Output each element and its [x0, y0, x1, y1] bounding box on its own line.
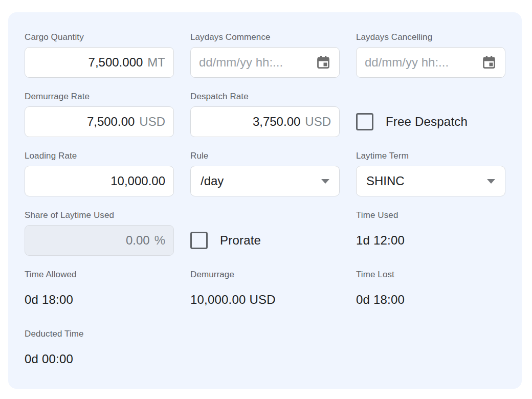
- laydays-commence-input[interactable]: [199, 55, 312, 70]
- loading-rate-label: Loading Rate: [25, 150, 174, 162]
- field-laydays-commence: Laydays Commence: [190, 32, 340, 78]
- demurrage-rate-input[interactable]: [33, 115, 135, 129]
- field-deducted-time: Deducted Time 0d 00:00: [25, 328, 174, 374]
- field-free-despatch: Free Despatch: [356, 91, 505, 137]
- loading-rate-box: [25, 166, 174, 196]
- field-share-of-laytime-used: Share of Laytime Used 0.00 %: [25, 210, 174, 256]
- laydays-commence-label: Laydays Commence: [190, 32, 340, 43]
- laytime-term-select[interactable]: SHINC: [356, 166, 505, 196]
- despatch-rate-input[interactable]: [199, 115, 300, 129]
- laydays-cancelling-datepicker-button[interactable]: [481, 55, 497, 70]
- field-time-allowed: Time Allowed 0d 18:00: [25, 269, 174, 315]
- free-despatch-checkbox[interactable]: [356, 113, 373, 130]
- laytime-calculation-panel: Cargo Quantity MT Laydays Commence: [8, 12, 522, 389]
- field-time-lost: Time Lost 0d 18:00: [356, 269, 505, 315]
- loading-rate-input[interactable]: [33, 174, 165, 188]
- laytime-term-selected-value: SHINC: [365, 174, 405, 188]
- time-lost-label: Time Lost: [356, 269, 505, 280]
- despatch-rate-currency: USD: [305, 115, 331, 129]
- cargo-quantity-label: Cargo Quantity: [25, 32, 174, 43]
- field-laytime-term: Laytime Term SHINC: [356, 150, 505, 196]
- time-allowed-value: 0d 18:00: [25, 293, 73, 307]
- laydays-cancelling-input[interactable]: [365, 55, 477, 70]
- cargo-quantity-input[interactable]: [33, 55, 143, 70]
- calendar-icon: [481, 55, 497, 70]
- field-rule: Rule /day: [190, 150, 340, 196]
- laydays-commence-box: [190, 47, 340, 78]
- field-time-used: Time Used 1d 12:00: [356, 210, 505, 256]
- field-prorate: Prorate: [190, 210, 340, 256]
- prorate-checkbox[interactable]: [190, 232, 208, 249]
- laydays-cancelling-box: [356, 47, 505, 78]
- field-demurrage: Demurrage 10,000.00 USD: [190, 269, 340, 315]
- field-laydays-cancelling: Laydays Cancelling: [356, 32, 505, 78]
- field-cargo-quantity: Cargo Quantity MT: [25, 32, 174, 78]
- time-allowed-label: Time Allowed: [25, 269, 174, 280]
- deducted-time-label: Deducted Time: [25, 328, 174, 340]
- dropdown-arrow-icon: [321, 179, 329, 184]
- laydays-commence-datepicker-button[interactable]: [316, 55, 331, 70]
- laydays-cancelling-label: Laydays Cancelling: [356, 32, 505, 43]
- share-of-laytime-used-value: 0.00: [126, 233, 150, 248]
- form-grid: Cargo Quantity MT Laydays Commence: [25, 32, 505, 374]
- time-lost-value: 0d 18:00: [356, 293, 405, 307]
- demurrage-rate-box: USD: [25, 106, 174, 137]
- prorate-label: Prorate: [220, 233, 261, 248]
- demurrage-label: Demurrage: [190, 269, 340, 280]
- share-of-laytime-used-unit: %: [154, 233, 165, 248]
- cargo-quantity-unit: MT: [147, 55, 165, 70]
- rule-selected-value: /day: [199, 174, 224, 188]
- demurrage-rate-label: Demurrage Rate: [25, 91, 174, 102]
- rule-label: Rule: [190, 150, 340, 162]
- free-despatch-label: Free Despatch: [386, 115, 468, 129]
- field-loading-rate: Loading Rate: [25, 150, 174, 196]
- despatch-rate-box: USD: [190, 106, 340, 137]
- time-used-value: 1d 12:00: [356, 233, 405, 248]
- calendar-icon: [316, 55, 331, 70]
- time-used-label: Time Used: [356, 210, 505, 221]
- deducted-time-value: 0d 00:00: [25, 352, 73, 366]
- share-of-laytime-used-label: Share of Laytime Used: [25, 210, 174, 221]
- cargo-quantity-box: MT: [25, 47, 174, 78]
- field-demurrage-rate: Demurrage Rate USD: [25, 91, 174, 137]
- demurrage-rate-currency: USD: [139, 115, 165, 129]
- laytime-term-label: Laytime Term: [356, 150, 505, 162]
- demurrage-value: 10,000.00 USD: [190, 293, 276, 307]
- despatch-rate-label: Despatch Rate: [190, 91, 340, 102]
- dropdown-arrow-icon: [487, 179, 495, 184]
- field-despatch-rate: Despatch Rate USD: [190, 91, 340, 137]
- rule-select[interactable]: /day: [190, 166, 340, 196]
- share-of-laytime-used-input: 0.00 %: [25, 225, 174, 256]
